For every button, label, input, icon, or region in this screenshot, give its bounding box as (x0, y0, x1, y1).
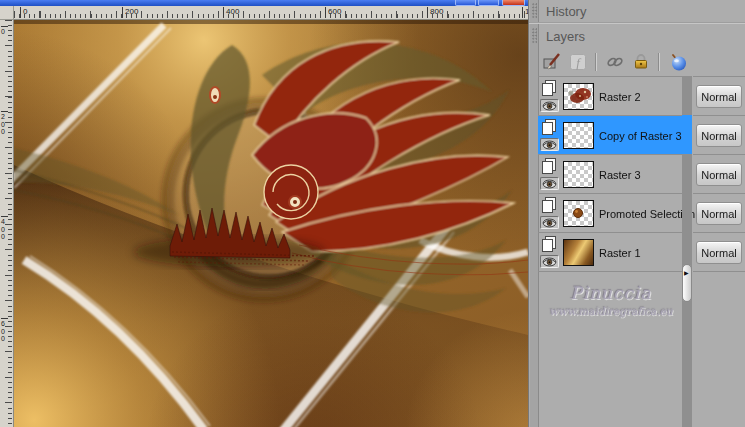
blend-mode-cell: Normal (693, 116, 745, 155)
history-pane-grip[interactable] (532, 3, 537, 19)
selection-highlight (682, 115, 692, 154)
h-ruler-label: 0 (20, 7, 27, 18)
layer-type-icon (541, 158, 557, 174)
layer-thumbnail[interactable] (563, 239, 594, 266)
blend-mode-button[interactable]: Normal (696, 85, 742, 108)
layer-row-promoted-selection[interactable]: Promoted Selection (538, 194, 682, 233)
pane-divider (529, 22, 745, 24)
layer-thumbnail[interactable] (563, 161, 594, 188)
layer-row-copy-of-raster3[interactable]: Copy of Raster 3 (538, 116, 682, 155)
layer-type-icon (541, 119, 557, 135)
watermark-name: Pinuccia (538, 283, 684, 303)
splitter-arrow-icon[interactable]: ▶ (684, 270, 689, 276)
layers-toolbar: f (541, 49, 688, 75)
blend-mode-cell: Normal (693, 155, 745, 194)
palette-panel: History Layers f (528, 0, 745, 427)
blend-mode-button[interactable]: Normal (696, 163, 742, 186)
visibility-eye-icon[interactable] (540, 177, 559, 190)
visibility-eye-icon[interactable] (540, 99, 559, 112)
blend-mode-cell: Normal (693, 194, 745, 233)
layer-type-icon (541, 236, 557, 252)
layer-name: Copy of Raster 3 (599, 116, 682, 155)
visibility-eye-icon[interactable] (540, 138, 559, 151)
visibility-eye-icon[interactable] (540, 216, 559, 229)
layer-type-icon (541, 80, 557, 96)
ruler-corner (0, 6, 14, 20)
fractal-artwork (14, 20, 528, 427)
blend-mode-button[interactable]: Normal (696, 202, 742, 225)
v-ruler-label: 400 (1, 216, 8, 241)
layer-row-raster2[interactable]: Raster 2 (538, 77, 682, 116)
layer-list-scrollbar[interactable]: ▶ (682, 76, 692, 427)
layers-pane-grip[interactable] (532, 28, 537, 44)
layer-row-raster1[interactable]: Raster 1 (538, 233, 682, 272)
toolbar-separator (658, 53, 660, 71)
blend-mode-cell: Normal (693, 233, 745, 272)
watermark-url: www.maidiregrafica.eu (538, 305, 684, 317)
edit-selection-icon[interactable] (541, 52, 562, 73)
layer-name: Promoted Selection (599, 194, 695, 233)
h-ruler-label: 800 (427, 7, 443, 18)
blend-mode-button[interactable]: Normal (696, 241, 742, 264)
watermark: Pinuccia www.maidiregrafica.eu (538, 283, 684, 317)
layers-pane-title: Layers (546, 29, 585, 44)
layer-thumbnail[interactable] (563, 122, 594, 149)
toolbar-separator (595, 53, 597, 71)
h-ruler-label: 600 (325, 7, 341, 18)
image-canvas[interactable] (14, 20, 528, 427)
lock-transparency-icon[interactable] (630, 52, 651, 73)
layer-type-icon (541, 197, 557, 213)
blend-mode-button[interactable]: Normal (696, 124, 742, 147)
layer-styles-icon[interactable]: f (567, 52, 588, 73)
horizontal-ruler: 0 200 400 600 800 10 (14, 6, 528, 20)
psp-workspace: 0 200 400 600 800 10 0 200 400 600 (0, 0, 745, 427)
layer-name: Raster 1 (599, 233, 641, 272)
layer-thumbnail[interactable] (563, 200, 594, 227)
visibility-pin-icon[interactable] (667, 52, 688, 73)
blend-mode-cell: Normal (693, 77, 745, 116)
v-ruler-label: 200 (1, 111, 8, 136)
h-ruler-label: 400 (223, 7, 239, 18)
link-layers-icon[interactable] (604, 52, 625, 73)
layer-name: Raster 3 (599, 155, 641, 194)
history-pane-title: History (546, 4, 586, 19)
layer-row-raster3[interactable]: Raster 3 (538, 155, 682, 194)
blend-mode-column: Normal Normal Normal Normal Normal (693, 76, 745, 272)
visibility-eye-icon[interactable] (540, 255, 559, 268)
v-ruler-label: 0 (1, 26, 8, 36)
layer-thumbnail[interactable] (563, 83, 594, 110)
h-ruler-label: 200 (122, 7, 138, 18)
layer-name: Raster 2 (599, 77, 641, 116)
layer-list: Raster 2 Copy of Raster 3 Raster 3 (538, 76, 682, 272)
v-ruler-label: 600 (1, 318, 8, 343)
vertical-ruler: 0 200 400 600 (0, 20, 14, 427)
